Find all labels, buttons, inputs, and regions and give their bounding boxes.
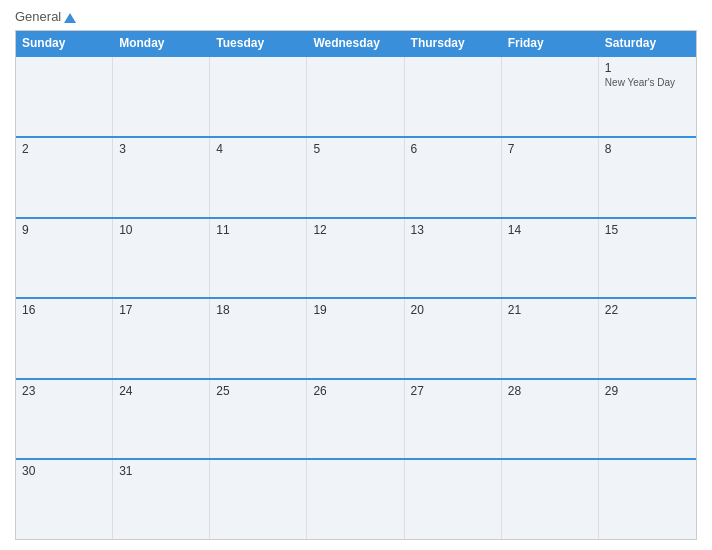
weeks-container: 1New Year's Day2345678910111213141516171…: [16, 55, 696, 539]
logo: General: [15, 10, 76, 24]
day-number: 20: [411, 303, 495, 317]
day-header-monday: Monday: [113, 31, 210, 55]
day-cell: 9: [16, 219, 113, 298]
day-cell: 26: [307, 380, 404, 459]
day-cell: [210, 57, 307, 136]
day-header-friday: Friday: [502, 31, 599, 55]
day-cell: 23: [16, 380, 113, 459]
week-row-4: 16171819202122: [16, 297, 696, 378]
day-number: 21: [508, 303, 592, 317]
day-cell: 2: [16, 138, 113, 217]
day-number: 25: [216, 384, 300, 398]
day-headers-row: SundayMondayTuesdayWednesdayThursdayFrid…: [16, 31, 696, 55]
day-cell: 21: [502, 299, 599, 378]
week-row-6: 3031: [16, 458, 696, 539]
day-number: 12: [313, 223, 397, 237]
day-cell: 20: [405, 299, 502, 378]
day-cell: 19: [307, 299, 404, 378]
day-number: 17: [119, 303, 203, 317]
day-header-saturday: Saturday: [599, 31, 696, 55]
day-number: 9: [22, 223, 106, 237]
day-number: 6: [411, 142, 495, 156]
day-cell: [405, 57, 502, 136]
day-number: 31: [119, 464, 203, 478]
day-cell: 12: [307, 219, 404, 298]
week-row-5: 23242526272829: [16, 378, 696, 459]
day-cell: 16: [16, 299, 113, 378]
day-number: 2: [22, 142, 106, 156]
day-cell: 15: [599, 219, 696, 298]
day-number: 13: [411, 223, 495, 237]
day-cell: [599, 460, 696, 539]
holiday-name: New Year's Day: [605, 77, 690, 88]
day-cell: 4: [210, 138, 307, 217]
day-cell: 5: [307, 138, 404, 217]
day-cell: 27: [405, 380, 502, 459]
day-cell: [405, 460, 502, 539]
day-number: 30: [22, 464, 106, 478]
day-cell: [502, 460, 599, 539]
day-number: 22: [605, 303, 690, 317]
day-number: 18: [216, 303, 300, 317]
day-cell: 22: [599, 299, 696, 378]
day-number: 26: [313, 384, 397, 398]
day-cell: 24: [113, 380, 210, 459]
day-cell: 1New Year's Day: [599, 57, 696, 136]
day-header-tuesday: Tuesday: [210, 31, 307, 55]
day-cell: 29: [599, 380, 696, 459]
calendar-grid: SundayMondayTuesdayWednesdayThursdayFrid…: [15, 30, 697, 540]
calendar-container: General SundayMondayTuesdayWednesdayThur…: [0, 0, 712, 550]
day-number: 3: [119, 142, 203, 156]
day-number: 7: [508, 142, 592, 156]
day-cell: [307, 57, 404, 136]
day-number: 27: [411, 384, 495, 398]
day-cell: 28: [502, 380, 599, 459]
day-header-wednesday: Wednesday: [307, 31, 404, 55]
day-number: 28: [508, 384, 592, 398]
day-cell: 6: [405, 138, 502, 217]
logo-triangle-icon: [64, 13, 76, 23]
day-number: 1: [605, 61, 690, 75]
day-number: 29: [605, 384, 690, 398]
day-cell: [210, 460, 307, 539]
day-cell: 31: [113, 460, 210, 539]
day-cell: 25: [210, 380, 307, 459]
day-cell: 14: [502, 219, 599, 298]
day-number: 16: [22, 303, 106, 317]
day-cell: [502, 57, 599, 136]
day-cell: 11: [210, 219, 307, 298]
day-cell: 7: [502, 138, 599, 217]
logo-general-text: General: [15, 10, 76, 24]
day-cell: 13: [405, 219, 502, 298]
day-number: 11: [216, 223, 300, 237]
day-cell: [16, 57, 113, 136]
day-number: 5: [313, 142, 397, 156]
day-number: 14: [508, 223, 592, 237]
day-cell: 3: [113, 138, 210, 217]
day-header-thursday: Thursday: [405, 31, 502, 55]
calendar-header: General: [15, 10, 697, 24]
week-row-1: 1New Year's Day: [16, 55, 696, 136]
day-header-sunday: Sunday: [16, 31, 113, 55]
day-number: 24: [119, 384, 203, 398]
day-number: 10: [119, 223, 203, 237]
day-cell: 30: [16, 460, 113, 539]
day-cell: 18: [210, 299, 307, 378]
day-cell: 10: [113, 219, 210, 298]
week-row-2: 2345678: [16, 136, 696, 217]
day-cell: 8: [599, 138, 696, 217]
day-cell: 17: [113, 299, 210, 378]
week-row-3: 9101112131415: [16, 217, 696, 298]
day-number: 8: [605, 142, 690, 156]
day-number: 23: [22, 384, 106, 398]
day-number: 4: [216, 142, 300, 156]
day-cell: [113, 57, 210, 136]
day-cell: [307, 460, 404, 539]
day-number: 15: [605, 223, 690, 237]
day-number: 19: [313, 303, 397, 317]
